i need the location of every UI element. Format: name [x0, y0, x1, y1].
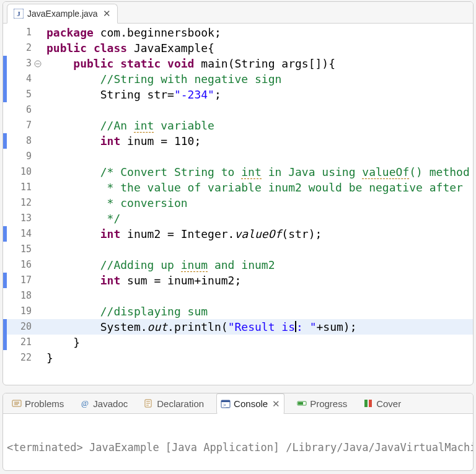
code-content[interactable]: int sum = inum+inum2; [35, 273, 473, 288]
tab-progress-label: Progress [310, 398, 347, 409]
code-line[interactable]: 10 /* Convert String to int in Java usin… [3, 164, 473, 180]
code-content[interactable]: int inum2 = Integer.valueOf(str); [35, 226, 473, 242]
javadoc-icon: @ [80, 398, 90, 408]
gutter-line-number: 16 [3, 257, 35, 273]
tab-javadoc[interactable]: @ Javadoc [76, 397, 131, 410]
code-content[interactable]: //An int variable [35, 118, 473, 133]
gutter-line-number: 13 [3, 211, 35, 226]
code-line[interactable]: 11 * the value of variable inum2 would b… [3, 180, 473, 195]
gutter-line-number: 7 [3, 118, 35, 133]
gutter-line-number: 1 [3, 25, 35, 40]
tab-coverage[interactable]: Cover [359, 397, 405, 410]
gutter-line-number: 21 [3, 335, 35, 350]
code-line[interactable]: 18 [3, 288, 473, 304]
change-marker [3, 335, 7, 350]
code-content[interactable]: package com.beginnersbook; [35, 25, 473, 40]
gutter-line-number: 9 [3, 149, 35, 164]
editor-tab-javaexample[interactable]: J JavaExample.java ✕ [7, 4, 118, 24]
code-content[interactable]: public class JavaExample{ [35, 40, 473, 56]
change-marker [3, 133, 7, 149]
gutter-line-number: 15 [3, 242, 35, 257]
gutter-line-number: 2 [3, 40, 35, 56]
code-line[interactable]: 7 //An int variable [3, 118, 473, 133]
tab-declaration[interactable]: Declaration [140, 397, 208, 410]
svg-rect-17 [298, 402, 303, 405]
code-content[interactable]: } [35, 350, 473, 366]
svg-text:@: @ [81, 398, 89, 408]
code-line[interactable]: 5 String str="-234"; [3, 87, 473, 102]
code-content[interactable]: /* Convert String to int in Java using v… [35, 164, 473, 180]
change-marker [3, 226, 7, 242]
fold-toggle-icon[interactable] [34, 60, 42, 68]
code-content[interactable]: String str="-234"; [35, 87, 473, 102]
code-area[interactable]: 1package com.beginnersbook;2public class… [3, 24, 473, 385]
code-line[interactable]: 17 int sum = inum+inum2; [3, 273, 473, 288]
gutter-line-number: 6 [3, 102, 35, 118]
svg-text:J: J [17, 10, 20, 17]
gutter-line-number: 22 [3, 350, 35, 366]
code-line[interactable]: 2public class JavaExample{ [3, 40, 473, 56]
code-content[interactable] [35, 288, 473, 304]
code-line[interactable]: 12 * conversion [3, 195, 473, 211]
svg-rect-19 [369, 400, 372, 407]
gutter-line-number: 11 [3, 180, 35, 195]
code-line[interactable]: 13 */ [3, 211, 473, 226]
code-content[interactable]: int inum = 110; [35, 133, 473, 149]
code-line[interactable]: 4 //String with negative sign [3, 71, 473, 87]
code-content[interactable]: //displaying sum [35, 304, 473, 319]
console-body[interactable]: <terminated> JavaExample [Java Applicati… [3, 414, 473, 471]
code-line[interactable]: 21 } [3, 335, 473, 350]
code-content[interactable]: System.out.println("Result is: "+sum); [35, 319, 473, 335]
gutter-line-number: 19 [3, 304, 35, 319]
code-line[interactable]: 1package com.beginnersbook; [3, 25, 473, 40]
code-line[interactable]: 8 int inum = 110; [3, 133, 473, 149]
code-line[interactable]: 16 //Adding up inum and inum2 [3, 257, 473, 273]
code-content[interactable] [35, 242, 473, 257]
code-line[interactable]: 3 public static void main(String args[])… [3, 56, 473, 71]
gutter-line-number: 20 [3, 319, 35, 335]
change-marker [3, 71, 7, 87]
code-line[interactable]: 20 System.out.println("Result is: "+sum)… [3, 319, 473, 335]
tab-problems-label: Problems [25, 398, 64, 409]
svg-rect-18 [364, 400, 368, 407]
code-content[interactable]: */ [35, 211, 473, 226]
code-content[interactable]: public static void main(String args[]){ [35, 56, 473, 71]
gutter-line-number: 14 [3, 226, 35, 242]
declaration-icon [144, 398, 154, 408]
tab-declaration-label: Declaration [157, 398, 204, 409]
coverage-icon [363, 398, 373, 408]
console-status-line: <terminated> JavaExample [Java Applicati… [7, 441, 469, 454]
gutter-line-number: 10 [3, 164, 35, 180]
tab-console-label: Console [234, 398, 268, 409]
code-line[interactable]: 15 [3, 242, 473, 257]
code-content[interactable]: //Adding up inum and inum2 [35, 257, 473, 273]
code-content[interactable] [35, 102, 473, 118]
code-content[interactable]: } [35, 335, 473, 350]
editor-pane: J JavaExample.java ✕ 1package com.beginn… [2, 1, 474, 385]
tab-problems[interactable]: Problems [8, 397, 68, 410]
code-line[interactable]: 22} [3, 350, 473, 366]
code-line[interactable]: 9 [3, 149, 473, 164]
gutter-line-number: 18 [3, 288, 35, 304]
code-line[interactable]: 19 //displaying sum [3, 304, 473, 319]
change-marker [3, 319, 7, 335]
tab-console[interactable]: >_ Console ✕ [216, 393, 284, 414]
console-icon: >_ [221, 399, 231, 409]
view-tabs: Problems @ Javadoc Declaration >_ Consol… [3, 393, 473, 414]
gutter-line-number: 3 [3, 56, 35, 71]
tab-javadoc-label: Javadoc [93, 398, 128, 409]
close-icon[interactable]: ✕ [103, 8, 111, 19]
gutter-line-number: 8 [3, 133, 35, 149]
code-content[interactable]: //String with negative sign [35, 71, 473, 87]
gutter-line-number: 4 [3, 71, 35, 87]
tab-progress[interactable]: Progress [293, 397, 351, 410]
editor-tab-label: JavaExample.java [27, 9, 98, 19]
code-content[interactable] [35, 149, 473, 164]
close-icon[interactable]: ✕ [272, 398, 280, 410]
bottom-pane: Problems @ Javadoc Declaration >_ Consol… [2, 393, 474, 471]
code-content[interactable]: * conversion [35, 195, 473, 211]
progress-icon [297, 398, 307, 408]
code-line[interactable]: 14 int inum2 = Integer.valueOf(str); [3, 226, 473, 242]
code-line[interactable]: 6 [3, 102, 473, 118]
code-content[interactable]: * the value of variable inum2 would be n… [35, 180, 473, 195]
